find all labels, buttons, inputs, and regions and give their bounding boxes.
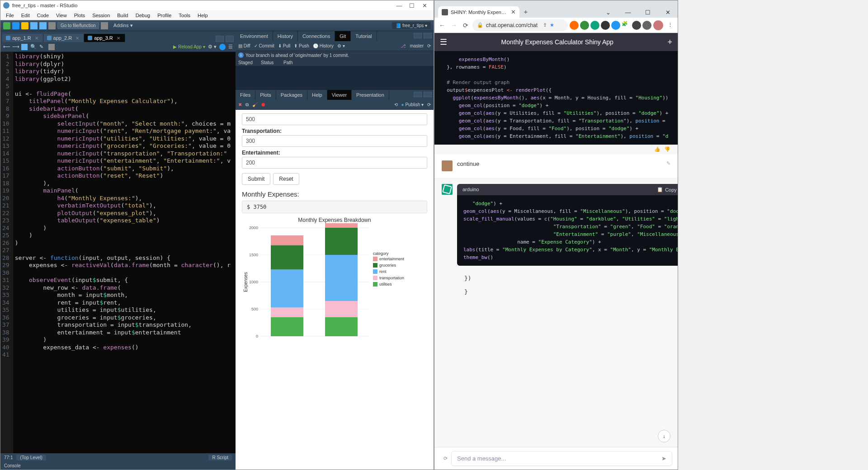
- tab-environment[interactable]: Environment: [236, 31, 273, 41]
- print-icon[interactable]: [48, 22, 56, 29]
- wand-icon[interactable]: ✎: [39, 44, 46, 50]
- stop-icon[interactable]: ⬣: [261, 102, 265, 107]
- branch-select[interactable]: master: [410, 43, 424, 48]
- outline-icon[interactable]: ☰: [228, 44, 233, 50]
- minimize-pane-icon[interactable]: [217, 463, 225, 468]
- ext-icon[interactable]: [632, 21, 641, 30]
- menu-debug[interactable]: Debug: [132, 12, 154, 19]
- project-branch[interactable]: 📘 free_r_tips ▾: [392, 22, 431, 29]
- tab-plots[interactable]: Plots: [255, 90, 276, 100]
- thumbs-down-icon[interactable]: 👎: [664, 146, 670, 152]
- back-icon[interactable]: ⟵: [3, 44, 9, 50]
- console-tab[interactable]: Console: [0, 461, 236, 470]
- ext-icon[interactable]: [601, 21, 610, 30]
- share-icon[interactable]: ⇪: [543, 22, 547, 28]
- popout-icon[interactable]: ⧉: [245, 102, 249, 108]
- browser-tab[interactable]: SHINY: Monthly Expenses Calcul… ✕: [438, 6, 519, 18]
- save-icon[interactable]: [21, 44, 28, 50]
- minimize-pane-icon[interactable]: [414, 92, 422, 97]
- tab-tutorial[interactable]: Tutorial: [351, 31, 377, 41]
- shiny-app-viewer[interactable]: Transportation: Entertainment: Submit Re…: [236, 110, 434, 470]
- star-icon[interactable]: ★: [550, 22, 554, 28]
- code-content[interactable]: library(shiny) library(dplyr) library(ti…: [13, 52, 236, 453]
- menu-icon[interactable]: ⋮: [665, 22, 675, 28]
- forward-icon[interactable]: ⟶: [12, 44, 19, 50]
- tab-app2[interactable]: app_2.R✕: [43, 34, 85, 42]
- gear-icon[interactable]: ⚙ ▾: [337, 43, 345, 48]
- maximize-button[interactable]: ☐: [406, 2, 418, 9]
- new-project-icon[interactable]: [12, 22, 19, 29]
- submit-button[interactable]: Submit: [242, 173, 270, 185]
- open-file-icon[interactable]: [21, 22, 28, 29]
- forward-button[interactable]: →: [449, 20, 459, 30]
- tab-connections[interactable]: Connections: [298, 31, 335, 41]
- minimize-button[interactable]: —: [618, 9, 638, 16]
- find-icon[interactable]: 🔍: [30, 44, 37, 50]
- new-tab-button[interactable]: +: [519, 8, 532, 18]
- utilities-input[interactable]: [242, 113, 427, 125]
- tab-git[interactable]: Git: [335, 31, 351, 41]
- publish-icon[interactable]: [219, 44, 226, 50]
- close-button[interactable]: ✕: [658, 9, 678, 16]
- profile-avatar[interactable]: [653, 20, 663, 30]
- ext-icon[interactable]: [642, 21, 651, 30]
- message-input[interactable]: Send a message... ➤: [451, 451, 672, 466]
- ext-icon[interactable]: [580, 21, 589, 30]
- menu-code[interactable]: Code: [33, 12, 52, 19]
- sidebar-toggle-icon[interactable]: ☰: [440, 37, 447, 47]
- commit-button[interactable]: ✓ Commit: [254, 43, 274, 48]
- maximize-button[interactable]: ☐: [638, 9, 658, 16]
- menu-profile[interactable]: Profile: [154, 12, 175, 19]
- scope-dropdown[interactable]: (Top Level): [16, 455, 46, 461]
- edit-icon[interactable]: ✎: [666, 160, 670, 171]
- ext-icon[interactable]: [590, 21, 599, 30]
- addins-dropdown[interactable]: Addins ▾: [110, 22, 137, 29]
- tab-files[interactable]: Files: [236, 90, 255, 100]
- regenerate-icon[interactable]: ⟳: [440, 456, 451, 461]
- reload-button[interactable]: ⟳: [461, 20, 471, 30]
- maximize-pane-icon[interactable]: [226, 36, 234, 42]
- tab-help[interactable]: Help: [307, 90, 327, 100]
- menu-build[interactable]: Build: [113, 12, 132, 19]
- reload-app-button[interactable]: ▶ Reload App ▾: [173, 44, 205, 49]
- ext-icon[interactable]: [611, 21, 620, 30]
- send-icon[interactable]: ➤: [661, 455, 666, 462]
- tab-presentation[interactable]: Presentation: [352, 90, 389, 100]
- tab-history[interactable]: History: [273, 31, 298, 41]
- back-button[interactable]: ←: [437, 20, 447, 30]
- close-button[interactable]: ✕: [418, 2, 431, 9]
- menu-edit[interactable]: Edit: [18, 12, 33, 19]
- minimize-button[interactable]: —: [393, 2, 406, 9]
- copy-code-button[interactable]: 📋 Copy code: [657, 187, 678, 193]
- goto-file-input[interactable]: Go to file/function: [57, 22, 99, 29]
- save-all-icon[interactable]: [39, 22, 47, 29]
- maximize-pane-icon[interactable]: [424, 33, 432, 38]
- broom-icon[interactable]: 🧹: [252, 102, 258, 107]
- history-button[interactable]: 🕓 History: [313, 43, 334, 48]
- remove-icon[interactable]: ✖: [238, 102, 242, 107]
- entertainment-input[interactable]: [242, 157, 427, 169]
- code-editor[interactable]: 1 2 3 4 5 6 7 8 9 10 11 12 13 14 15 16 1…: [0, 52, 236, 453]
- refresh-icon[interactable]: ⟳: [427, 102, 431, 107]
- close-tab-icon[interactable]: ✕: [511, 9, 516, 15]
- tab-app1[interactable]: app_1.R✕: [2, 34, 43, 42]
- publish-button[interactable]: ● Publish ▾: [401, 102, 424, 107]
- report-icon[interactable]: [48, 44, 55, 50]
- ext-icon[interactable]: [570, 21, 579, 30]
- pull-button[interactable]: ⬇ Pull: [278, 43, 290, 48]
- scroll-down-button[interactable]: ↓: [658, 430, 670, 442]
- menu-help[interactable]: Help: [194, 12, 212, 19]
- reset-button[interactable]: Reset: [273, 173, 299, 185]
- new-file-icon[interactable]: [3, 22, 10, 29]
- refresh-icon[interactable]: ⟳: [427, 43, 431, 48]
- maximize-pane-icon[interactable]: [225, 463, 232, 468]
- minimize-pane-icon[interactable]: [414, 33, 422, 38]
- grid-icon[interactable]: [101, 22, 108, 29]
- minimize-pane-icon[interactable]: [216, 36, 224, 42]
- puzzle-icon[interactable]: 🧩: [622, 21, 631, 30]
- tab-packages[interactable]: Packages: [276, 90, 307, 100]
- menu-tools[interactable]: Tools: [175, 12, 194, 19]
- save-icon[interactable]: [30, 22, 38, 29]
- tab-viewer[interactable]: Viewer: [327, 90, 352, 100]
- menu-view[interactable]: View: [52, 12, 71, 19]
